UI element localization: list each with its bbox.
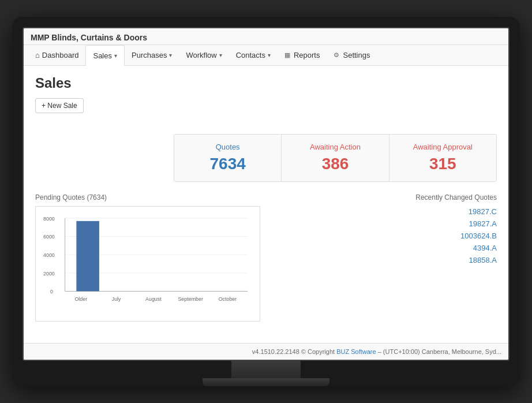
sidebar-item-dashboard[interactable]: ⌂ Dashboard — [28, 45, 85, 66]
recent-item-4[interactable]: 18858.A — [393, 256, 497, 264]
page-title: Sales — [35, 75, 497, 91]
awaiting-action-value: 386 — [287, 155, 383, 173]
workflow-caret: ▾ — [219, 52, 222, 58]
workflow-label: Workflow — [186, 51, 216, 59]
awaiting-approval-label: Awaiting Approval — [395, 143, 490, 151]
recent-item-3[interactable]: 4394.A — [393, 244, 497, 252]
sidebar-item-workflow[interactable]: Workflow ▾ — [179, 45, 228, 66]
stat-quotes[interactable]: Quotes 7634 — [174, 135, 282, 181]
quotes-value: 7634 — [180, 155, 275, 173]
svg-text:Older: Older — [74, 296, 87, 302]
quotes-label: Quotes — [180, 143, 275, 151]
stat-awaiting-approval[interactable]: Awaiting Approval 315 — [389, 135, 496, 181]
app-title: MMP Blinds, Curtains & Doors — [31, 33, 147, 42]
awaiting-action-label: Awaiting Action — [287, 143, 383, 151]
bar-older — [76, 221, 99, 292]
bottom-section: Pending Quotes (7634) — [35, 193, 497, 322]
bar-chart-icon: ▦ — [284, 51, 290, 59]
purchases-caret: ▾ — [169, 52, 172, 58]
svg-text:August: August — [145, 296, 162, 302]
contacts-label: Contacts — [236, 51, 265, 59]
main-content: Sales + New Sale Quotes 7634 Awaiting Ac… — [24, 66, 508, 343]
sidebar-item-sales[interactable]: Sales ▾ — [85, 45, 125, 66]
svg-text:July: July — [112, 296, 121, 302]
gear-icon: ⚙ — [334, 51, 339, 59]
contacts-caret: ▾ — [268, 52, 271, 58]
chart-title: Pending Quotes (7634) — [35, 193, 381, 201]
sales-label: Sales — [93, 51, 112, 60]
reports-label: Reports — [294, 51, 320, 59]
stats-row: Quotes 7634 Awaiting Action 386 Awaiting… — [174, 134, 497, 182]
sidebar-item-contacts[interactable]: Contacts ▾ — [229, 45, 278, 66]
chart-section: Pending Quotes (7634) — [35, 193, 381, 322]
navbar: ⌂ Dashboard Sales ▾ Purchases ▾ Workflow… — [24, 45, 508, 66]
bar-chart: 8000 6000 4000 2000 0 Older July August … — [42, 212, 254, 315]
settings-label: Settings — [343, 51, 370, 59]
chart-container: 8000 6000 4000 2000 0 Older July August … — [35, 206, 260, 322]
monitor-stand-base — [203, 378, 329, 386]
svg-text:8000: 8000 — [43, 216, 55, 222]
sidebar-item-settings[interactable]: ⚙ Settings — [327, 45, 377, 66]
stat-awaiting-action[interactable]: Awaiting Action 386 — [282, 135, 389, 181]
purchases-label: Purchases — [132, 51, 167, 59]
recent-item-2[interactable]: 1003624.B — [393, 232, 497, 240]
new-sale-button[interactable]: + New Sale — [35, 98, 84, 113]
screen: MMP Blinds, Curtains & Doors ⌂ Dashboard… — [23, 27, 509, 361]
monitor: MMP Blinds, Curtains & Doors ⌂ Dashboard… — [12, 17, 520, 386]
footer: v4.1510.22.2148 © Copyright BUZ Software… — [24, 343, 508, 360]
footer-timezone: – (UTC+10:00) Canberra, Melbourne, Syd..… — [376, 348, 501, 355]
svg-text:6000: 6000 — [43, 234, 55, 240]
sidebar-item-purchases[interactable]: Purchases ▾ — [125, 45, 179, 66]
home-icon: ⌂ — [35, 51, 40, 59]
svg-text:October: October — [219, 296, 237, 302]
sidebar-item-reports[interactable]: ▦ Reports — [278, 45, 327, 66]
recent-item-1[interactable]: 19827.A — [393, 219, 497, 228]
svg-text:September: September — [178, 296, 203, 302]
sales-caret: ▾ — [114, 53, 117, 59]
recently-changed-title: Recently Changed Quotes — [393, 193, 497, 201]
svg-text:2000: 2000 — [43, 271, 55, 277]
recent-item-0[interactable]: 19827.C — [393, 207, 497, 216]
footer-link[interactable]: BUZ Software — [336, 348, 376, 355]
svg-text:4000: 4000 — [43, 252, 55, 258]
monitor-stand-neck — [231, 361, 301, 378]
awaiting-approval-value: 315 — [395, 155, 490, 173]
svg-text:0: 0 — [50, 289, 53, 294]
app-title-bar: MMP Blinds, Curtains & Doors — [24, 28, 508, 45]
dashboard-label: Dashboard — [42, 51, 79, 59]
footer-text: v4.1510.22.2148 © Copyright — [252, 348, 336, 355]
recently-changed-section: Recently Changed Quotes 19827.C 19827.A … — [393, 193, 497, 322]
